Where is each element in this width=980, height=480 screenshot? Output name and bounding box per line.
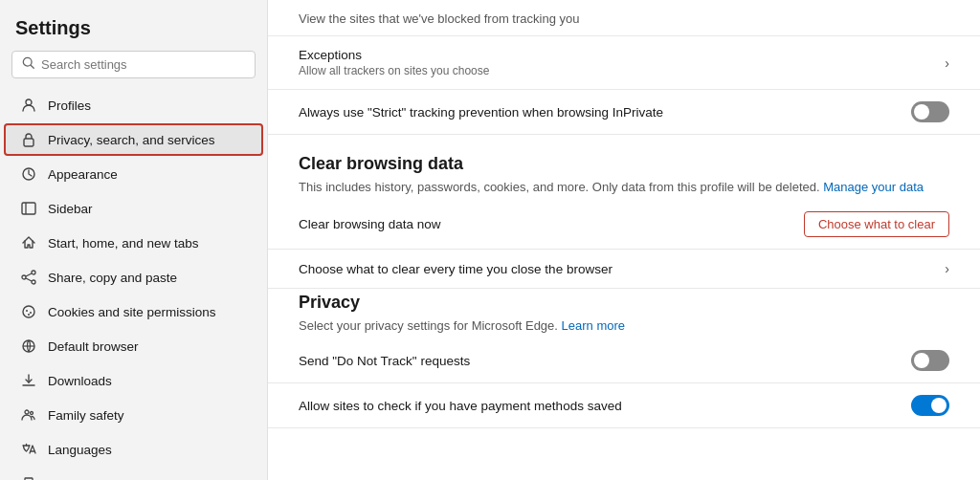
sidebar-item-label: Share, copy and paste xyxy=(48,271,177,285)
search-input[interactable] xyxy=(41,57,245,72)
sidebar-title: Settings xyxy=(0,10,267,51)
svg-line-11 xyxy=(26,278,32,281)
payment-toggle[interactable] xyxy=(911,395,949,416)
clear-now-row[interactable]: Clear browsing data now Choose what to c… xyxy=(268,200,980,250)
appearance-icon xyxy=(19,164,38,184)
privacy-icon xyxy=(19,130,38,149)
clear-every-time-row[interactable]: Choose what to clear every time you clos… xyxy=(268,250,980,289)
learn-more-link[interactable]: Learn more xyxy=(562,318,625,333)
exceptions-text: Exceptions Allow all trackers on sites y… xyxy=(299,48,489,77)
exceptions-sublabel: Allow all trackers on sites you choose xyxy=(299,64,489,77)
strict-tracking-label: Always use "Strict" tracking prevention … xyxy=(299,105,663,120)
sidebar-icon xyxy=(19,199,38,218)
svg-point-19 xyxy=(31,412,33,415)
sidebar: Settings Profiles Privacy, search, an xyxy=(0,0,268,480)
sidebar-item-profiles[interactable]: Profiles xyxy=(4,89,263,121)
manage-data-link[interactable]: Manage your data xyxy=(823,180,924,194)
svg-point-14 xyxy=(30,312,32,314)
language-icon xyxy=(19,440,38,459)
tracking-top-section: View the sites that we've blocked from t… xyxy=(268,0,980,36)
sidebar-item-label: Privacy, search, and services xyxy=(48,133,215,147)
sidebar-item-sidebar[interactable]: Sidebar xyxy=(4,192,263,225)
svg-rect-3 xyxy=(24,139,33,146)
printer-icon xyxy=(19,474,38,480)
svg-point-13 xyxy=(26,310,28,312)
browser-icon xyxy=(19,337,38,356)
strict-tracking-toggle[interactable] xyxy=(911,101,949,122)
dnt-label: Send "Do Not Track" requests xyxy=(299,354,470,368)
share-icon xyxy=(19,268,38,287)
exceptions-chevron: › xyxy=(945,55,949,71)
dnt-row[interactable]: Send "Do Not Track" requests xyxy=(268,338,980,383)
dnt-toggle-knob xyxy=(914,353,929,368)
main-content: View the sites that we've blocked from t… xyxy=(268,0,980,480)
payment-toggle-knob xyxy=(931,398,947,413)
svg-rect-5 xyxy=(22,203,35,214)
sidebar-item-printers[interactable]: Printers xyxy=(4,468,263,480)
svg-point-18 xyxy=(25,410,29,414)
payment-label: Allow sites to check if you have payment… xyxy=(299,399,622,413)
choose-what-to-clear-button[interactable]: Choose what to clear xyxy=(804,211,949,237)
sidebar-item-downloads[interactable]: Downloads xyxy=(4,364,263,397)
sidebar-item-start-home[interactable]: Start, home, and new tabs xyxy=(4,227,263,259)
privacy-header: Privacy Select your privacy settings for… xyxy=(268,289,980,338)
clear-data-desc: This includes history, passwords, cookie… xyxy=(299,180,949,194)
sidebar-item-share[interactable]: Share, copy and paste xyxy=(4,261,263,294)
svg-line-1 xyxy=(31,65,33,68)
exceptions-label: Exceptions xyxy=(299,48,489,62)
sidebar-item-family[interactable]: Family safety xyxy=(4,399,263,431)
sidebar-item-label: Default browser xyxy=(48,339,139,354)
cookie-icon xyxy=(19,302,38,321)
strict-tracking-row[interactable]: Always use "Strict" tracking prevention … xyxy=(268,90,980,135)
home-icon xyxy=(19,233,38,252)
download-icon xyxy=(19,371,38,390)
clear-data-header: Clear browsing data This includes histor… xyxy=(268,135,980,200)
tracking-view-text: View the sites that we've blocked from t… xyxy=(299,11,949,35)
payment-row[interactable]: Allow sites to check if you have payment… xyxy=(268,383,980,428)
toggle-knob xyxy=(914,104,929,120)
search-box[interactable] xyxy=(11,51,256,78)
sidebar-item-label: Languages xyxy=(48,443,112,457)
sidebar-item-languages[interactable]: Languages xyxy=(4,433,263,466)
dnt-toggle[interactable] xyxy=(911,350,949,371)
svg-line-10 xyxy=(26,273,32,276)
svg-point-7 xyxy=(32,271,35,274)
family-icon xyxy=(19,405,38,425)
clear-data-title: Clear browsing data xyxy=(299,154,949,174)
sidebar-item-appearance[interactable]: Appearance xyxy=(4,158,263,190)
sidebar-item-cookies[interactable]: Cookies and site permissions xyxy=(4,295,263,328)
exceptions-row[interactable]: Exceptions Allow all trackers on sites y… xyxy=(268,36,980,90)
sidebar-item-label: Downloads xyxy=(48,374,112,388)
svg-point-2 xyxy=(26,99,32,105)
clear-every-time-label: Choose what to clear every time you clos… xyxy=(299,262,612,276)
sidebar-item-default-browser[interactable]: Default browser xyxy=(4,330,263,362)
sidebar-item-label: Family safety xyxy=(48,408,124,423)
sidebar-item-label: Profiles xyxy=(48,98,91,113)
svg-point-8 xyxy=(22,275,26,279)
search-icon xyxy=(22,56,35,73)
privacy-desc: Select your privacy settings for Microso… xyxy=(299,318,949,333)
svg-point-15 xyxy=(28,314,30,316)
sidebar-item-label: Sidebar xyxy=(48,202,93,216)
profile-icon xyxy=(19,96,38,115)
sidebar-item-label: Printers xyxy=(48,477,93,481)
clear-now-label: Clear browsing data now xyxy=(299,217,441,231)
sidebar-item-label: Start, home, and new tabs xyxy=(48,236,199,251)
sidebar-item-label: Cookies and site permissions xyxy=(48,305,216,319)
privacy-title: Privacy xyxy=(299,293,949,313)
sidebar-item-privacy[interactable]: Privacy, search, and services xyxy=(4,123,263,156)
svg-point-12 xyxy=(23,306,34,317)
svg-point-9 xyxy=(32,280,35,284)
sidebar-item-label: Appearance xyxy=(48,167,118,182)
clear-every-time-chevron: › xyxy=(945,261,949,276)
